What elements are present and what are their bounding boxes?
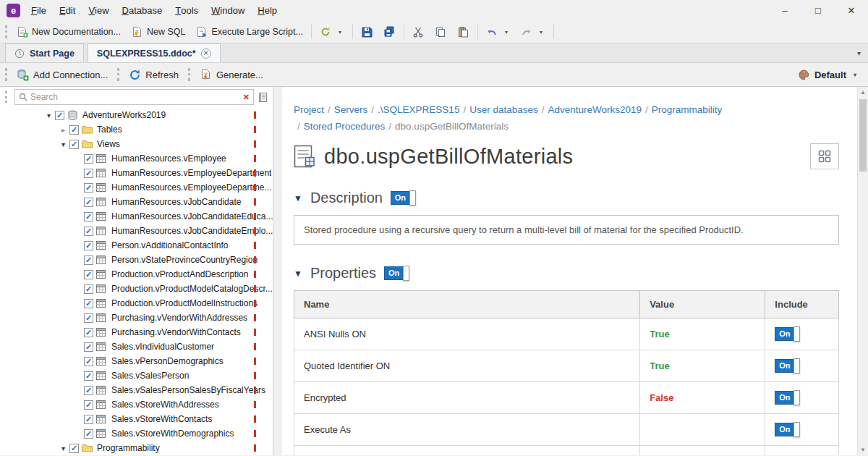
tree-item-person-vadditionalcontactinfo[interactable]: ✓Person.vAdditionalContactInfo	[0, 238, 273, 253]
tree-item-adventureworks2019[interactable]: ▾✓AdventureWorks2019	[0, 108, 273, 122]
tree-item-production-vproductanddescription[interactable]: ✓Production.vProductAndDescription	[0, 267, 273, 282]
breadcrumb-link[interactable]: User databases	[469, 104, 538, 115]
undo-dropdown-arrow-icon[interactable]: ▾	[502, 29, 511, 35]
tree-item-sales-vstorewithcontacts[interactable]: ✓Sales.vStoreWithContacts	[0, 412, 273, 426]
description-include-toggle[interactable]: On	[391, 191, 415, 205]
breadcrumb-link[interactable]: Servers	[334, 104, 368, 115]
menu-window[interactable]: Window	[205, 0, 251, 21]
saved-searches-icon[interactable]	[258, 92, 268, 103]
tree-checkbox[interactable]: ✓	[84, 183, 93, 193]
menu-tools[interactable]: Tools	[169, 0, 205, 21]
tree-checkbox[interactable]: ✓	[84, 270, 93, 279]
vertical-scrollbar[interactable]: ▲ ▼	[857, 87, 868, 455]
save-button[interactable]	[356, 22, 378, 41]
theme-selector[interactable]: Default ▾	[798, 69, 859, 81]
execute-large-script-button[interactable]: Execute Large Script...	[190, 22, 307, 41]
tree-item-sales-vsalesperson[interactable]: ✓Sales.vSalesPerson	[0, 368, 273, 383]
new-sql-button[interactable]: New SQL	[126, 22, 191, 41]
tab-list-dropdown-icon[interactable]: ▾	[857, 49, 861, 57]
redo-dropdown-arrow-icon[interactable]: ▾	[537, 29, 545, 35]
collapse-section-arrow-icon[interactable]: ▼	[294, 193, 302, 203]
tree-checkbox[interactable]: ✓	[84, 241, 93, 250]
sync-button[interactable]: ▾	[315, 22, 349, 41]
tree-item-humanresources-vemployeedepartme[interactable]: ✓HumanResources.vEmployeeDepartme...	[0, 180, 273, 195]
collapse-arrow-icon[interactable]: ▾	[58, 444, 69, 452]
new-documentation-button[interactable]: New Documentation...	[11, 22, 126, 41]
toolbar-grip[interactable]	[117, 68, 119, 81]
include-toggle[interactable]: On	[775, 359, 799, 373]
menu-help[interactable]: Help	[251, 0, 284, 21]
search-box[interactable]: ✕	[14, 89, 254, 105]
tree-checkbox[interactable]: ✓	[84, 256, 93, 265]
minimize-button[interactable]: –	[768, 0, 801, 21]
breadcrumb-link[interactable]: Programmability	[652, 104, 723, 115]
tree-checkbox[interactable]: ✓	[84, 313, 93, 323]
tree-item-programmability[interactable]: ▾✓Programmability	[0, 441, 273, 455]
collapse-section-arrow-icon[interactable]: ▼	[294, 269, 302, 279]
menu-view[interactable]: View	[82, 0, 115, 21]
tree-item-humanresources-vjobcandidateeduca[interactable]: ✓HumanResources.vJobCandidateEduca...	[0, 209, 273, 224]
cut-button[interactable]	[407, 22, 430, 41]
toolbar-grip[interactable]	[5, 25, 7, 38]
tab-close-icon[interactable]: ✕	[201, 48, 211, 59]
description-text-field[interactable]: Stored procedure using a recursive query…	[294, 215, 839, 245]
tree-checkbox[interactable]: ✓	[84, 227, 93, 236]
panel-grip[interactable]	[5, 91, 7, 103]
tree-checkbox[interactable]: ✓	[84, 386, 93, 395]
panel-splitter[interactable]	[273, 87, 282, 455]
toolbar-grip[interactable]	[5, 68, 7, 81]
close-button[interactable]: ✕	[835, 0, 868, 21]
tree-checkbox[interactable]: ✓	[69, 140, 79, 149]
tree-item-production-vproductmodelinstructions[interactable]: ✓Production.vProductModelInstructions	[0, 296, 273, 311]
tree-checkbox[interactable]: ✓	[69, 444, 79, 453]
include-toggle[interactable]: On	[775, 423, 799, 436]
scrollbar-thumb[interactable]	[859, 99, 867, 172]
collapse-arrow-icon[interactable]: ▾	[43, 111, 54, 119]
clear-search-icon[interactable]: ✕	[243, 93, 250, 101]
tree-checkbox[interactable]: ✓	[84, 154, 93, 164]
tree-item-sales-vindividualcustomer[interactable]: ✓Sales.vIndividualCustomer	[0, 339, 273, 354]
paste-button[interactable]	[452, 22, 475, 41]
tree-checkbox[interactable]: ✓	[69, 125, 79, 135]
scroll-down-arrow-icon[interactable]: ▼	[858, 444, 868, 455]
tree-checkbox[interactable]: ✓	[84, 284, 93, 294]
breadcrumb-link[interactable]: AdventureWorks2019	[548, 104, 642, 115]
theme-dropdown-arrow-icon[interactable]: ▾	[851, 72, 859, 78]
sync-dropdown-arrow-icon[interactable]: ▾	[336, 29, 344, 35]
tree-checkbox[interactable]: ✓	[84, 429, 93, 439]
tree-checkbox[interactable]: ✓	[84, 212, 93, 221]
add-connection-button[interactable]: Add Connection...	[11, 64, 114, 85]
tab-document[interactable]: SQLEXPRESS15.ddoc* ✕	[88, 43, 221, 62]
properties-include-toggle[interactable]: On	[384, 266, 409, 280]
tree-item-views[interactable]: ▾✓Views	[0, 137, 273, 151]
tree-checkbox[interactable]: ✓	[84, 357, 93, 366]
expand-arrow-icon[interactable]: ▸	[58, 126, 69, 134]
generate-button[interactable]: Generate...	[194, 64, 269, 85]
tree-item-sales-vpersondemographics[interactable]: ✓Sales.vPersonDemographics	[0, 354, 273, 368]
toolbar-grip[interactable]	[188, 68, 190, 81]
tree-item-sales-vstorewithdemographics[interactable]: ✓Sales.vStoreWithDemographics	[0, 426, 273, 441]
breadcrumb-link[interactable]: Project	[294, 104, 324, 115]
tree-item-humanresources-vemployee[interactable]: ✓HumanResources.vEmployee	[0, 151, 273, 166]
save-all-button[interactable]	[378, 22, 401, 41]
tree-item-purchasing-vvendorwithaddresses[interactable]: ✓Purchasing.vVendorWithAddresses	[0, 311, 273, 325]
tree-checkbox[interactable]: ✓	[84, 169, 93, 178]
layout-grid-button[interactable]	[810, 143, 839, 169]
scroll-up-arrow-icon[interactable]: ▲	[858, 87, 868, 98]
tree-checkbox[interactable]: ✓	[84, 198, 93, 207]
tree-item-humanresources-vemployeedepartment[interactable]: ✓HumanResources.vEmployeeDepartment	[0, 166, 273, 180]
tree-item-humanresources-vjobcandidate[interactable]: ✓HumanResources.vJobCandidate	[0, 195, 273, 209]
copy-button[interactable]	[430, 22, 452, 41]
menu-edit[interactable]: Edit	[53, 0, 82, 21]
maximize-button[interactable]: □	[801, 0, 835, 21]
collapse-arrow-icon[interactable]: ▾	[58, 140, 69, 148]
tree-checkbox[interactable]: ✓	[84, 342, 93, 352]
menu-file[interactable]: File	[25, 0, 53, 21]
tree-checkbox[interactable]: ✓	[84, 371, 93, 381]
tree-item-production-vproductmodelcatalogdescr[interactable]: ✓Production.vProductModelCatalogDescr...	[0, 282, 273, 296]
breadcrumb-link[interactable]: Stored Procedures	[304, 121, 386, 132]
tree-checkbox[interactable]: ✓	[84, 400, 93, 410]
tree-item-sales-vstorewithaddresses[interactable]: ✓Sales.vStoreWithAddresses	[0, 397, 273, 412]
tree-item-purchasing-vvendorwithcontacts[interactable]: ✓Purchasing.vVendorWithContacts	[0, 325, 273, 339]
tree-checkbox[interactable]: ✓	[84, 328, 93, 337]
